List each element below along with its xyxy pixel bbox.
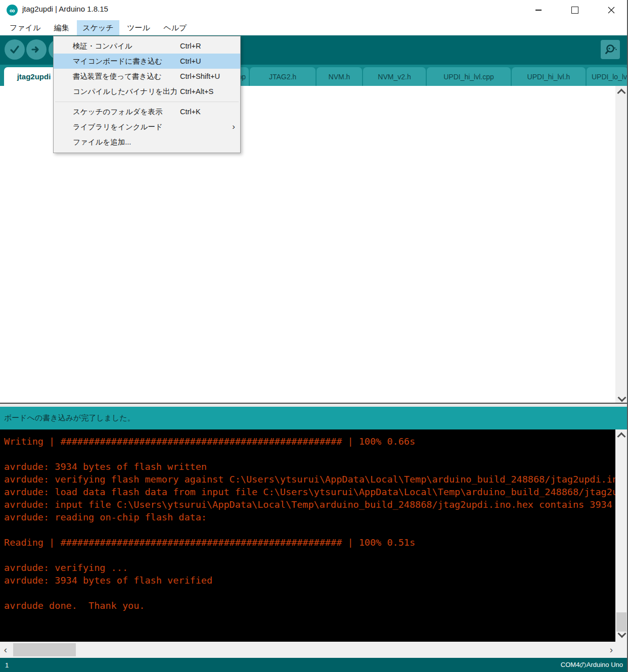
- arrow-right-icon: [31, 44, 42, 55]
- verify-button[interactable]: [5, 39, 25, 60]
- editor-scrollbar[interactable]: [615, 86, 627, 406]
- console-scrollbar[interactable]: [615, 429, 627, 642]
- submenu-arrow-icon: ›: [232, 119, 235, 134]
- window-title: jtag2updi | Arduino 1.8.15: [22, 5, 108, 13]
- menu-item-include-library[interactable]: ライブラリをインクルード ›: [54, 119, 240, 134]
- minimize-button[interactable]: [527, 0, 550, 20]
- menu-edit[interactable]: 編集: [49, 20, 75, 35]
- check-icon: [9, 44, 20, 55]
- tab-updi-lo-lvl-cpp[interactable]: UPDI_lo_lvl.cpp: [587, 67, 628, 86]
- menu-sketch[interactable]: スケッチ: [77, 20, 119, 35]
- console-line: avrdude done. Thank you.: [4, 599, 628, 612]
- tab-updi-hi-lvl-cpp[interactable]: UPDI_hi_lvl.cpp: [427, 67, 511, 86]
- upload-button[interactable]: [26, 39, 47, 60]
- console-line: Reading | ##############################…: [4, 536, 628, 549]
- shortcut: Ctrl+U: [180, 54, 201, 69]
- scroll-left-icon[interactable]: ‹: [0, 642, 11, 658]
- tab-nvm-h[interactable]: NVM.h: [317, 67, 362, 86]
- serial-monitor-button[interactable]: [601, 40, 620, 59]
- magnifier-icon: [603, 42, 617, 57]
- console-line: avrdude: reading on-chip flash data:: [4, 511, 628, 523]
- console-line: avrdude: verifying flash memory against …: [4, 473, 628, 486]
- maximize-button[interactable]: [563, 0, 587, 20]
- console-line: avrdude: input file C:\Users\ytsurui\App…: [4, 498, 628, 511]
- menu-separator: [55, 102, 239, 102]
- shortcut: Ctrl+K: [180, 104, 201, 119]
- console-line: Writing | ##############################…: [4, 435, 628, 448]
- line-number: 1: [5, 661, 9, 669]
- scroll-up-icon[interactable]: [617, 433, 626, 441]
- scroll-up-icon[interactable]: [617, 89, 626, 98]
- tab-nvm-v2-h[interactable]: NVM_v2.h: [363, 67, 426, 86]
- menu-item-add-file[interactable]: ファイルを追加...: [54, 134, 240, 150]
- shortcut: Ctrl+Alt+S: [180, 84, 213, 99]
- sketch-menu: 検証・コンパイル Ctrl+R マイコンボードに書き込む Ctrl+U 書込装置…: [53, 36, 241, 153]
- console-line: [4, 587, 628, 599]
- menubar: ファイル 編集 スケッチ ツール ヘルプ: [0, 20, 628, 35]
- console-line: [4, 549, 628, 561]
- console-line: avrdude: verifying ...: [4, 561, 628, 574]
- close-button[interactable]: [600, 0, 623, 20]
- scroll-down-icon[interactable]: [618, 394, 626, 402]
- status-bar: ボードへの書き込みが完了しました。: [0, 407, 628, 429]
- menu-item-upload[interactable]: マイコンボードに書き込む Ctrl+U: [54, 54, 240, 69]
- bottom-status-bar: 1 COM4のArduino Uno: [0, 658, 628, 672]
- tab-jtag2-h[interactable]: JTAG2.h: [250, 67, 316, 86]
- shortcut: Ctrl+Shift+U: [180, 69, 220, 84]
- console-line: [4, 523, 628, 536]
- menu-help[interactable]: ヘルプ: [158, 20, 192, 35]
- minimize-icon: [535, 10, 542, 11]
- menu-item-show-sketch-folder[interactable]: スケッチのフォルダを表示 Ctrl+K: [54, 104, 240, 119]
- titlebar: ∞ jtag2updi | Arduino 1.8.15: [0, 0, 628, 20]
- menu-file[interactable]: ファイル: [4, 20, 46, 35]
- arduino-logo-icon: ∞: [7, 5, 18, 16]
- console-line: avrdude: 3934 bytes of flash written: [4, 460, 628, 473]
- maximize-icon: [571, 7, 578, 14]
- scrollbar-thumb[interactable]: [13, 643, 76, 656]
- board-port-info: COM4のArduino Uno: [561, 660, 623, 669]
- console-line: [4, 448, 628, 460]
- scroll-right-icon[interactable]: ›: [606, 642, 617, 658]
- console-output[interactable]: Writing | ##############################…: [0, 429, 628, 642]
- console-line: avrdude: load data flash data from input…: [4, 486, 628, 498]
- tab-updi-hi-lvl-h[interactable]: UPDI_hi_lvl.h: [512, 67, 586, 86]
- menu-item-verify-compile[interactable]: 検証・コンパイル Ctrl+R: [54, 38, 240, 54]
- menu-item-upload-using-programmer[interactable]: 書込装置を使って書き込む Ctrl+Shift+U: [54, 69, 240, 84]
- close-icon: [608, 7, 615, 14]
- scrollbar-thumb[interactable]: [616, 612, 626, 632]
- shortcut: Ctrl+R: [180, 38, 201, 54]
- status-message: ボードへの書き込みが完了しました。: [4, 413, 135, 423]
- menu-item-export-binary[interactable]: コンパイルしたバイナリを出力 Ctrl+Alt+S: [54, 84, 240, 99]
- console-line: avrdude: 3934 bytes of flash verified: [4, 574, 628, 587]
- menu-tools[interactable]: ツール: [121, 20, 156, 35]
- horizontal-scrollbar[interactable]: ‹ ›: [0, 642, 628, 658]
